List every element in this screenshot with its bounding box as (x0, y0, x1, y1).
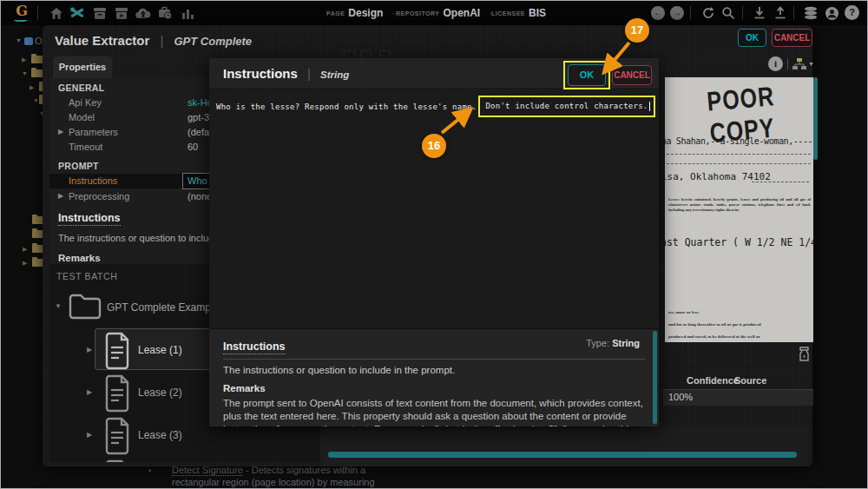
info-icon[interactable]: i (768, 56, 783, 71)
title-divider: | (307, 66, 311, 81)
outer-ok-button[interactable]: OK (738, 29, 766, 47)
search-icon[interactable] (720, 5, 736, 21)
doc-bottom-line: produced and saved, to be delivered at t… (668, 334, 760, 339)
section-general: GENERAL (58, 83, 104, 93)
design-tools-icon[interactable] (69, 5, 85, 21)
expand-arrow-icon[interactable]: ▶ (87, 346, 92, 354)
editor-help-panel: Instructions Type: String The instructio… (209, 328, 659, 426)
editor-textarea[interactable]: Who is the lesse? Respond only with the … (209, 90, 659, 328)
column-header-source[interactable]: Source (734, 375, 766, 386)
expand-arrow-icon[interactable]: ▶ (58, 192, 63, 200)
folder-icon[interactable] (67, 291, 103, 322)
horizontal-scrollbar[interactable] (328, 452, 797, 458)
page-label: PAGE (326, 10, 345, 17)
nav-back-icon[interactable]: ← (651, 6, 665, 20)
download-icon[interactable] (751, 5, 767, 21)
hierarchy-view-icon[interactable] (792, 58, 806, 70)
doc-bottom-line: res, more or less. (668, 310, 700, 314)
node-icon (24, 37, 33, 45)
dropdown-arrow-icon[interactable]: ▼ (808, 61, 814, 67)
document-icon[interactable] (102, 417, 133, 455)
grooper-logo[interactable]: G (12, 3, 31, 19)
licensee-value: BIS (529, 7, 546, 19)
bullet-glyph: • (148, 465, 151, 477)
editor-title: Instructions | String (223, 66, 349, 81)
editor-text-normal: Who is the lesse? Respond only with the … (216, 102, 477, 111)
page-value: Design (348, 7, 383, 19)
batch-play-icon[interactable] (113, 5, 129, 21)
top-toolbar: G PAGE Design (1, 1, 868, 25)
tree-item-lease-2[interactable]: Lease (2) (138, 387, 182, 399)
text-cursor (649, 102, 650, 111)
cloud-upload-icon[interactable] (135, 5, 151, 21)
expand-arrow-icon[interactable]: ▶ (58, 128, 63, 135)
help-type: Type: String (586, 338, 640, 348)
briefcase-clock-icon[interactable] (157, 5, 174, 21)
help-icon[interactable]: ? (845, 5, 859, 20)
context-page[interactable]: PAGE Design · (326, 1, 400, 25)
column-header-confidence[interactable]: Confidence (687, 375, 739, 386)
help-heading: Instructions (223, 340, 286, 354)
dialog-title-text: Value Extractor (55, 33, 149, 48)
highlighted-text: Don't include control characters. (478, 96, 654, 117)
editor-text-line: Who is the lesse? Respond only with the … (216, 96, 655, 117)
folder-label[interactable]: GPT Complete Examples (107, 301, 224, 314)
annotation-step-16: 16 (422, 134, 446, 158)
title-divider: | (160, 33, 163, 48)
editor-ok-button[interactable]: OK (568, 64, 606, 86)
dialog-title: Value Extractor | GPT Complete (55, 33, 252, 48)
user-account-icon[interactable] (824, 5, 840, 21)
editor-cancel-button[interactable]: CANCEL (612, 65, 652, 85)
home-icon[interactable] (48, 5, 64, 21)
doc-paragraph-line: roads, tanks, power stations, telephone … (703, 202, 793, 207)
property-help-heading: Instructions (58, 212, 121, 226)
background-help-text: • Detect Signature - Detects signatures … (144, 464, 474, 488)
document-preview[interactable]: POOR COPY na Shahan,--a-single-woman,---… (665, 77, 813, 342)
section-prompt: PROMPT (58, 161, 99, 171)
instructions-label: Instructions (69, 175, 117, 186)
folder-icon[interactable] (31, 56, 43, 63)
folder-icon[interactable] (31, 69, 43, 77)
result-row[interactable]: 100% (663, 390, 813, 406)
timeout-label: Timeout (69, 142, 102, 152)
refresh-icon[interactable] (700, 5, 716, 21)
tree-collapse-arrow[interactable]: ▼ (16, 37, 22, 43)
upload-icon[interactable] (772, 5, 788, 21)
tab-properties[interactable]: Properties (53, 56, 112, 78)
stats-chart-icon[interactable] (180, 5, 196, 21)
repository-value: OpenAI (444, 7, 481, 19)
property-help-remarks: Remarks (58, 253, 101, 263)
database-layers-icon[interactable] (802, 5, 819, 21)
tree-item-lease-1[interactable]: Lease (1) (138, 344, 182, 356)
toolbar-divider (690, 6, 691, 20)
help-remarks-text: The prompt sent to OpenAI consists of te… (223, 397, 647, 426)
document-icon[interactable] (102, 332, 133, 370)
collapse-arrow-icon[interactable]: ▼ (55, 302, 62, 310)
toolbar-divider (37, 6, 38, 20)
vertical-scrollbar[interactable] (813, 77, 818, 160)
flashlight-icon[interactable] (799, 347, 810, 361)
outer-cancel-button[interactable]: CANCEL (772, 29, 812, 47)
doc-paragraph-line: Lessee herein contained, hereby grants, … (668, 197, 759, 202)
context-licensee[interactable]: LICENSEE BIS (491, 1, 546, 25)
doc-rule (667, 163, 811, 164)
help-vertical-scrollbar[interactable] (653, 331, 657, 424)
help-description: The instructions or question to include … (223, 365, 645, 375)
context-repository[interactable]: REPOSITORY OpenAI · (396, 1, 497, 25)
doc-lessee-line: na Shahan,--a-single-woman,------ (665, 136, 813, 146)
doc-quarter-line: ast Quarter ( W 1/2 NE 1/4) (665, 236, 813, 248)
editor-type-text: String (320, 69, 349, 80)
timeout-value: 60 (187, 142, 198, 152)
expand-arrow-icon[interactable]: ▶ (87, 388, 92, 396)
meta-separator: · (391, 9, 394, 18)
tree-item-lease-3[interactable]: Lease (3) (138, 429, 182, 441)
nav-forward-icon[interactable]: → (670, 6, 684, 20)
expand-arrow-icon[interactable]: ▶ (87, 431, 92, 439)
doc-bottom-line: and for as long thereafter as oil or gas… (668, 322, 761, 327)
archive-box-icon[interactable] (91, 5, 108, 21)
document-icon-partial[interactable] (102, 459, 133, 462)
editor-titlebar: Instructions | String OK CANCEL (209, 58, 659, 89)
app-screen: G PAGE Design (0, 0, 868, 489)
results-panel-bottom (320, 426, 806, 466)
document-icon[interactable] (102, 374, 133, 413)
